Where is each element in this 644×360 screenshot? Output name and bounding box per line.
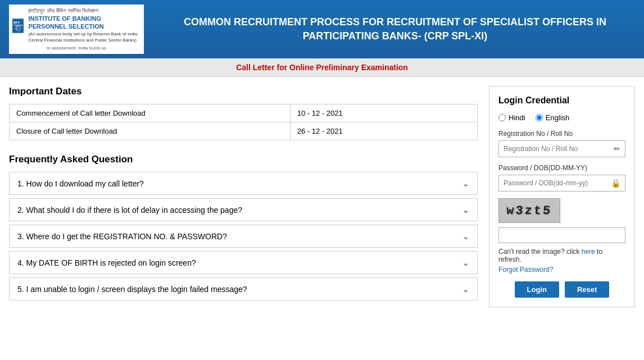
chevron-down-icon: ⌄ [462, 178, 469, 189]
table-row: Commencement of Call letter Download10 -… [10, 104, 478, 122]
faq-question: 3. Where do I get the REGISTRATION NO. &… [17, 232, 227, 241]
language-options: Hindi English [498, 113, 625, 122]
logo-tagline: In assessment, India trusts us [47, 45, 106, 51]
date-value: 10 - 12 - 2021 [290, 104, 477, 122]
ibps-emblem-icon: IBPS ⚙ [12, 12, 24, 39]
faq-question: 4. My DATE OF BIRTH is rejected on login… [17, 258, 196, 267]
faq-item[interactable]: 2. What should I do if there is lot of d… [9, 198, 478, 221]
date-value: 26 - 12 - 2021 [290, 122, 477, 140]
lock-icon: 🔒 [606, 175, 625, 191]
left-panel: Important Dates Commencement of Call let… [9, 86, 478, 304]
reg-no-row: ✏ [498, 140, 625, 157]
chevron-down-icon: ⌄ [462, 284, 469, 294]
logo-hindi-text: इंस्टीट्यूट ऑफ बैंकिंग पर्सॉनेल सिलेक्शन [28, 8, 140, 15]
captcha-text: w3zt5 [506, 204, 552, 218]
login-button[interactable]: Login [515, 281, 559, 298]
svg-text:IBPS: IBPS [13, 21, 20, 24]
faq-item[interactable]: 4. My DATE OF BIRTH is rejected on login… [9, 251, 478, 274]
faq-question: 2. What should I do if there is lot of d… [17, 206, 242, 215]
password-input[interactable] [499, 176, 606, 190]
forgot-password-link[interactable]: Forgot Password? [498, 266, 625, 274]
lang-english-radio[interactable] [536, 114, 543, 121]
captcha-refresh: Can't read the image? click here to refr… [498, 248, 625, 263]
password-label: Password / DOB(DD-MM-YY) [498, 164, 625, 172]
button-row: Login Reset [498, 281, 625, 298]
important-dates-title: Important Dates [9, 86, 478, 97]
captcha-refresh-link[interactable]: here [582, 248, 595, 256]
faq-question: 1. How do I download my call letter? [17, 179, 144, 188]
logo-text: इंस्टीट्यूट ऑफ बैंकिंग पर्सॉनेल सिलेक्शन… [28, 8, 140, 43]
table-row: Closure of Call letter Download26 - 12 -… [10, 122, 478, 140]
sub-header: Call Letter for Online Preliminary Exami… [0, 58, 644, 77]
faq-item[interactable]: 3. Where do I get the REGISTRATION NO. &… [9, 225, 478, 248]
login-title: Login Credential [498, 95, 625, 106]
lang-english-label: English [546, 113, 570, 122]
chevron-down-icon: ⌄ [462, 257, 469, 268]
login-panel: Login Credential Hindi English Registrat… [489, 86, 635, 307]
svg-rect-2 [13, 25, 22, 25]
sub-header-text: Call Letter for Online Preliminary Exami… [236, 63, 408, 72]
header: IBPS ⚙ इंस्टीट्यूट ऑफ बैंकिंग पर्सॉनेल स… [0, 0, 644, 58]
captcha-image: w3zt5 [498, 198, 560, 223]
page-title: COMMON RECRUITMENT PROCESS FOR RECRUITME… [155, 15, 635, 43]
faq-title: Frequently Asked Question [9, 154, 478, 165]
lang-hindi-label: Hindi [509, 113, 525, 122]
captcha-input[interactable] [498, 227, 625, 243]
date-label: Commencement of Call letter Download [10, 104, 291, 122]
password-row: 🔒 [498, 175, 625, 192]
lang-hindi-option[interactable]: Hindi [498, 113, 525, 122]
faq-question: 5. I am unable to login / screen display… [17, 285, 247, 294]
edit-icon: ✏ [609, 141, 625, 157]
main-layout: Important Dates Commencement of Call let… [0, 77, 644, 316]
lang-english-option[interactable]: English [536, 113, 570, 122]
ibps-logo: IBPS ⚙ इंस्टीट्यूट ऑफ बैंकिंग पर्सॉनेल स… [9, 4, 144, 54]
chevron-down-icon: ⌄ [462, 204, 469, 215]
reg-no-label: Registration No / Roll No [498, 130, 625, 138]
important-dates-table: Commencement of Call letter Download10 -… [9, 104, 478, 140]
reg-no-input[interactable] [499, 142, 609, 156]
logo-subtitle: (An autonomous body set up by Reserve Ba… [28, 31, 140, 43]
logo-institute-name: INSTITUTE OF BANKING PERSONNEL SELECTION [28, 15, 140, 31]
lang-hindi-radio[interactable] [498, 114, 506, 121]
faq-item[interactable]: 5. I am unable to login / screen display… [9, 277, 478, 300]
svg-text:⚙: ⚙ [16, 27, 19, 30]
faq-list: 1. How do I download my call letter?⌄2. … [9, 172, 478, 300]
captcha-refresh-text: Can't read the image? click [498, 248, 579, 256]
faq-item[interactable]: 1. How do I download my call letter?⌄ [9, 172, 478, 195]
chevron-down-icon: ⌄ [462, 231, 469, 241]
faq-section: Frequently Asked Question 1. How do I do… [9, 154, 478, 300]
reset-button[interactable]: Reset [565, 281, 609, 298]
date-label: Closure of Call letter Download [10, 122, 291, 140]
